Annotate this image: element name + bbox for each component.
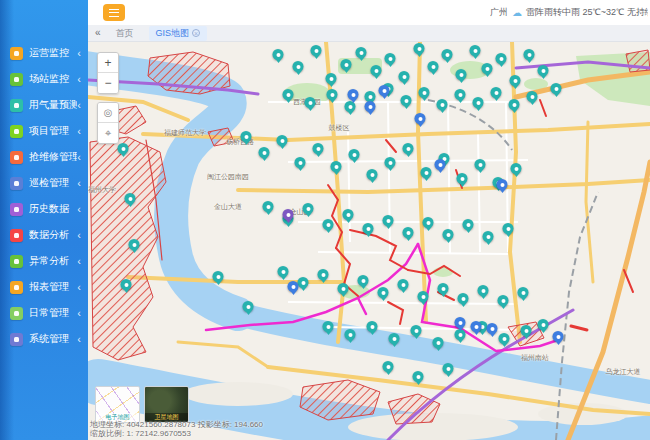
map-pin-teal[interactable] <box>331 161 342 172</box>
map-pin-teal[interactable] <box>443 363 454 374</box>
sidebar-item[interactable]: 报表管理‹ <box>0 274 88 300</box>
map-pin-teal[interactable] <box>356 47 367 58</box>
map-pin-teal[interactable] <box>243 301 254 312</box>
map-pin-teal[interactable] <box>343 209 354 220</box>
map-pin-blue[interactable] <box>455 317 466 328</box>
map-pin-teal[interactable] <box>371 65 382 76</box>
map-pin-teal[interactable] <box>326 73 337 84</box>
map-pin-teal[interactable] <box>521 325 532 336</box>
map-pin-teal[interactable] <box>503 223 514 234</box>
map-pin-teal[interactable] <box>419 87 430 98</box>
sidebar-item[interactable]: 巡检管理‹ <box>0 170 88 196</box>
map-pin-purple[interactable] <box>283 209 294 220</box>
map-pin-teal[interactable] <box>437 99 448 110</box>
map-pin-teal[interactable] <box>473 97 484 108</box>
map-pin-teal[interactable] <box>341 59 352 70</box>
map-pin-blue[interactable] <box>348 89 359 100</box>
eye-overview-button[interactable]: ◎ <box>98 103 118 123</box>
map-pin-blue[interactable] <box>487 323 498 334</box>
map-pin-teal[interactable] <box>305 97 316 108</box>
map-pin-teal[interactable] <box>358 275 369 286</box>
map-pin-teal[interactable] <box>401 95 412 106</box>
map-pin-blue[interactable] <box>497 179 508 190</box>
map-pin-blue[interactable] <box>379 85 390 96</box>
map-pin-teal[interactable] <box>491 87 502 98</box>
map-pin-teal[interactable] <box>273 49 284 60</box>
map-pin-teal[interactable] <box>499 333 510 344</box>
map-pin-teal[interactable] <box>551 83 562 94</box>
map-pin-teal[interactable] <box>527 91 538 102</box>
sidebar-item[interactable]: 日常管理‹ <box>0 300 88 326</box>
map-pin-teal[interactable] <box>298 277 309 288</box>
map-pin-teal[interactable] <box>383 215 394 226</box>
map-canvas[interactable]: 西湖公园鼓楼区福建师范大学杨桥西路闽江公园南园金山大道仓山区福州大学福州南站乌龙… <box>88 42 650 440</box>
map-pin-teal[interactable] <box>538 319 549 330</box>
map-pin-teal[interactable] <box>278 266 289 277</box>
map-pin-teal[interactable] <box>293 61 304 72</box>
map-pin-teal[interactable] <box>482 63 493 74</box>
map-pin-teal[interactable] <box>213 271 224 282</box>
map-pin-teal[interactable] <box>318 269 329 280</box>
map-pin-teal[interactable] <box>277 135 288 146</box>
map-pin-teal[interactable] <box>455 89 466 100</box>
map-pin-blue[interactable] <box>553 331 564 342</box>
map-pin-teal[interactable] <box>509 99 520 110</box>
map-pin-teal[interactable] <box>398 279 409 290</box>
map-pin-teal[interactable] <box>385 53 396 64</box>
zoom-out-button[interactable]: − <box>98 73 118 93</box>
map-pin-teal[interactable] <box>323 321 334 332</box>
map-pin-teal[interactable] <box>311 45 322 56</box>
map-pin-teal[interactable] <box>470 45 481 56</box>
map-pin-teal[interactable] <box>418 291 429 302</box>
map-pin-teal[interactable] <box>385 157 396 168</box>
map-pin-blue[interactable] <box>288 281 299 292</box>
sidebar-item[interactable]: 抢维修管理‹ <box>0 144 88 170</box>
map-pin-teal[interactable] <box>463 219 474 230</box>
map-pin-teal[interactable] <box>345 329 356 340</box>
map-pin-teal[interactable] <box>411 325 422 336</box>
map-pin-teal[interactable] <box>241 131 252 142</box>
map-pin-teal[interactable] <box>367 169 378 180</box>
map-pin-teal[interactable] <box>313 143 324 154</box>
locate-button[interactable]: ⌖ <box>98 123 118 143</box>
map-pin-teal[interactable] <box>458 293 469 304</box>
sidebar-item[interactable]: 项目管理‹ <box>0 118 88 144</box>
map-pin-teal[interactable] <box>399 71 410 82</box>
sidebar-item[interactable]: 运营监控‹ <box>0 40 88 66</box>
map-pin-teal[interactable] <box>496 53 507 64</box>
map-pin-teal[interactable] <box>338 283 349 294</box>
map-pin-teal[interactable] <box>303 203 314 214</box>
map-pin-teal[interactable] <box>383 361 394 372</box>
sidebar-item[interactable]: 用气量预测‹ <box>0 92 88 118</box>
map-pin-teal[interactable] <box>443 229 454 240</box>
map-pin-teal[interactable] <box>378 287 389 298</box>
map-pin-teal[interactable] <box>263 201 274 212</box>
map-pin-teal[interactable] <box>510 75 521 86</box>
collapse-tabs-icon[interactable]: « <box>95 28 101 38</box>
map-pin-teal[interactable] <box>121 279 132 290</box>
sidebar-item[interactable]: 异常分析‹ <box>0 248 88 274</box>
map-pin-teal[interactable] <box>538 65 549 76</box>
map-pin-blue[interactable] <box>365 101 376 112</box>
sidebar-item[interactable]: 场站监控‹ <box>0 66 88 92</box>
map-pin-teal[interactable] <box>483 231 494 242</box>
map-pin-teal[interactable] <box>511 163 522 174</box>
map-pin-teal[interactable] <box>403 143 414 154</box>
zoom-in-button[interactable]: + <box>98 53 118 73</box>
map-pin-teal[interactable] <box>413 371 424 382</box>
tab-gis-map[interactable]: GIS地图 × <box>149 26 208 41</box>
map-pin-teal[interactable] <box>125 193 136 204</box>
map-pin-teal[interactable] <box>428 61 439 72</box>
map-pin-teal[interactable] <box>129 239 140 250</box>
map-pin-teal[interactable] <box>349 149 360 160</box>
map-pin-blue[interactable] <box>435 159 446 170</box>
satellite-map-thumbnail[interactable]: 卫星地图 <box>144 386 189 423</box>
map-pin-teal[interactable] <box>403 227 414 238</box>
map-pin-teal[interactable] <box>363 223 374 234</box>
map-pin-teal[interactable] <box>327 89 338 100</box>
map-pin-teal[interactable] <box>457 173 468 184</box>
map-pin-teal[interactable] <box>323 219 334 230</box>
map-pin-blue[interactable] <box>415 113 426 124</box>
tab-home[interactable]: 首页 <box>109 26 141 41</box>
map-pin-teal[interactable] <box>524 49 535 60</box>
